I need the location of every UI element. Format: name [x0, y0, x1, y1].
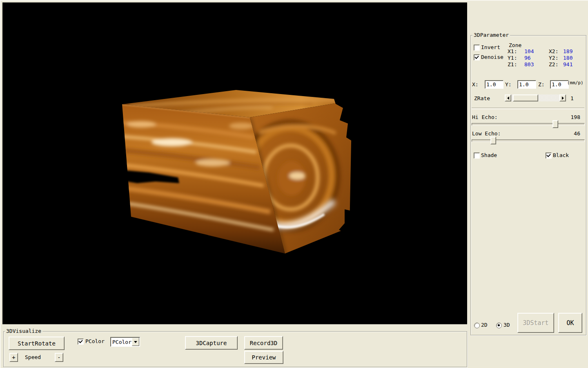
zone-z2-label: Z2: [549, 61, 558, 68]
black-label: Black [553, 152, 569, 159]
scale-z-input[interactable] [550, 80, 569, 89]
zone-x1-label: X1: [508, 48, 517, 55]
zrate-scroll-right-button[interactable] [559, 94, 566, 101]
zone-y1-value: 96 [524, 55, 531, 61]
speed-plus-button[interactable]: + [9, 353, 18, 362]
hi-echo-label: Hi Echo: [472, 114, 498, 121]
scale-x-input[interactable] [485, 80, 503, 89]
low-echo-value: 46 [574, 130, 580, 137]
left-arrow-icon [507, 96, 509, 100]
zrate-scrollbar[interactable] [505, 94, 566, 101]
record-3d-button[interactable]: Record3D [244, 336, 283, 350]
mode-2d-radio[interactable] [474, 323, 480, 328]
low-echo-label: Low Echo: [472, 130, 501, 137]
right-arrow-icon [562, 96, 564, 100]
capture-3d-button[interactable]: 3DCapture [185, 336, 238, 350]
ok-button[interactable]: OK [558, 313, 582, 333]
hi-echo-thumb[interactable] [552, 120, 558, 128]
zrate-scroll-left-button[interactable] [505, 94, 511, 101]
start-3d-button[interactable]: 3DStart [517, 313, 554, 333]
zone-title: Zone [509, 42, 521, 49]
low-echo-groove [472, 139, 585, 142]
zone-y2-label: Y2: [549, 55, 558, 61]
scale-z-label: Z: [538, 81, 545, 88]
pcolor-dropdown[interactable]: PColor [110, 337, 140, 347]
pcolor-label: PColor [85, 338, 105, 345]
scale-y-label: Y: [505, 81, 512, 88]
hi-echo-slider[interactable] [472, 120, 585, 128]
zrate-label: ZRate [474, 95, 490, 102]
shade-label: Shade [481, 152, 497, 159]
hi-echo-groove [472, 123, 585, 126]
scale-x-label: X: [472, 81, 479, 88]
mode-3d-label: 3D [503, 322, 510, 328]
denoise-label: Denoise [481, 54, 503, 61]
speed-minus-button[interactable]: - [55, 353, 63, 362]
shade-checkbox[interactable] [474, 153, 480, 159]
pcolor-dropdown-value: PColor [111, 339, 131, 345]
render-viewport[interactable] [2, 2, 467, 324]
pcolor-dropdown-button[interactable] [132, 338, 139, 346]
black-checkbox[interactable] [546, 153, 552, 159]
section-divider [472, 108, 584, 109]
scale-y-input[interactable] [517, 80, 536, 89]
mode-3d-radio[interactable] [496, 323, 502, 328]
zrate-track[interactable] [511, 94, 559, 101]
start-rotate-button[interactable]: StartRotate [9, 337, 65, 350]
zone-z2-value: 941 [563, 61, 572, 68]
low-echo-thumb[interactable] [490, 137, 496, 144]
pcolor-checkbox[interactable] [78, 339, 84, 345]
chevron-down-icon [134, 341, 137, 343]
scale-unit-label: (mm/p) [567, 80, 584, 86]
ultrasound-volume-render [2, 2, 467, 324]
zrate-thumb[interactable] [513, 94, 538, 101]
zone-z1-value: 803 [524, 61, 534, 68]
zrate-value: 1 [570, 95, 574, 102]
zone-y2-value: 180 [563, 55, 572, 61]
visualize-groupbox: 3DVisualize StartRotate PColor PColor 3D… [3, 331, 467, 367]
parameter-group-title: 3DParameter [472, 32, 510, 38]
low-echo-slider[interactable] [472, 137, 585, 144]
visualize-group-title: 3DVisualize [5, 328, 42, 334]
zone-y1-label: Y1: [508, 55, 517, 61]
parameter-groupbox: 3DParameter Invert Denoise Zone X1: 104 … [470, 35, 586, 335]
preview-button[interactable]: Preview [244, 351, 283, 364]
mode-2d-label: 2D [481, 322, 488, 328]
speed-label: Speed [25, 354, 41, 361]
zone-x2-label: X2: [549, 48, 558, 55]
zone-x1-value: 104 [524, 48, 534, 55]
denoise-checkbox[interactable] [474, 54, 480, 61]
hi-echo-value: 198 [571, 114, 580, 121]
app-window: 3DParameter Invert Denoise Zone X1: 104 … [0, 0, 588, 368]
zone-x2-value: 189 [563, 48, 572, 55]
invert-label: Invert [481, 44, 500, 51]
zone-z1-label: Z1: [508, 61, 517, 68]
invert-checkbox[interactable] [474, 45, 480, 51]
